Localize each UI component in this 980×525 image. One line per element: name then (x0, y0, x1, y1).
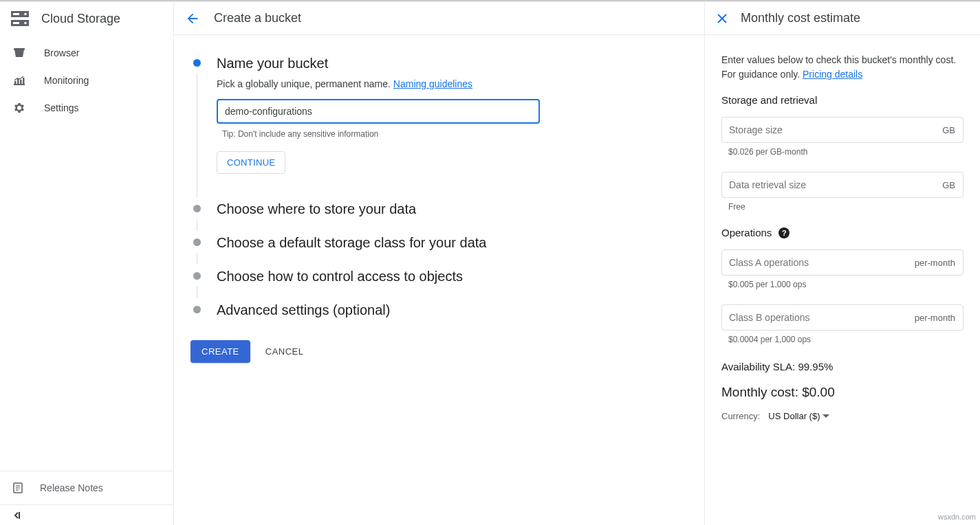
class-a-field: per-month (721, 249, 963, 276)
pricing-details-link[interactable]: Pricing details (803, 69, 862, 80)
retrieval-price-hint: Free (728, 202, 963, 212)
section-storage-retrieval: Storage and retrieval (721, 94, 963, 106)
tip-text: Tip: Don't include any sensitive informa… (222, 129, 688, 139)
step-title: Advanced settings (optional) (217, 301, 688, 325)
release-notes-label: Release Notes (40, 482, 103, 493)
bucket-icon (12, 46, 26, 60)
sidebar-item-settings[interactable]: Settings (0, 94, 173, 122)
sidebar-item-browser[interactable]: Browser (0, 39, 173, 67)
class-b-hint: $0.0004 per 1,000 ops (728, 335, 963, 344)
step-title: Name your bucket (217, 54, 688, 78)
notes-icon (12, 482, 23, 493)
svg-rect-2 (13, 13, 19, 15)
cost-estimate-panel: Monthly cost estimate Enter values below… (705, 2, 980, 525)
step-choose-location[interactable]: Choose where to store your data (190, 200, 688, 224)
currency-row: Currency: US Dollar ($) (721, 411, 963, 421)
watermark: wsxdn.com (938, 513, 976, 521)
currency-select[interactable]: US Dollar ($) (768, 411, 829, 421)
cancel-button[interactable]: CANCEL (265, 346, 304, 357)
svg-point-5 (24, 22, 27, 25)
cloud-storage-icon (11, 11, 29, 26)
step-subtext: Pick a globally unique, permanent name. … (217, 78, 688, 89)
step-bullet-icon (193, 205, 201, 212)
svg-rect-10 (20, 80, 22, 84)
svg-rect-7 (14, 84, 25, 85)
sidebar-item-release-notes[interactable]: Release Notes (0, 471, 173, 504)
svg-point-3 (24, 13, 27, 16)
step-advanced-settings[interactable]: Advanced settings (optional) (190, 301, 688, 325)
class-b-field: per-month (721, 304, 963, 331)
step-title: Choose a default storage class for your … (217, 234, 688, 258)
unit-label: per-month (915, 258, 955, 268)
continue-button[interactable]: CONTINUE (217, 151, 285, 174)
bucket-name-input[interactable] (217, 99, 540, 124)
nav-label: Browser (44, 47, 79, 58)
unit-label: GB (942, 125, 955, 135)
main-panel: Create a bucket Name your bucket Pick a … (174, 2, 705, 525)
storage-size-field: GB (721, 117, 963, 143)
sidebar-item-monitoring[interactable]: Monitoring (0, 67, 173, 94)
svg-rect-8 (14, 81, 17, 84)
availability-sla: Availability SLA: 99.95% (721, 361, 963, 372)
panel-title: Monthly cost estimate (741, 11, 860, 25)
panel-help-text: Enter values below to check this bucket'… (721, 53, 963, 82)
step-title: Choose how to control access to objects (217, 267, 688, 291)
unit-label: GB (942, 180, 955, 190)
svg-rect-4 (13, 22, 19, 24)
retrieval-size-input[interactable] (721, 172, 963, 198)
sidebar: Cloud Storage Browser Monitoring Setting… (0, 2, 174, 525)
step-access-control[interactable]: Choose how to control access to objects (190, 267, 688, 291)
retrieval-size-field: GB (721, 172, 963, 198)
unit-label: per-month (915, 313, 955, 323)
collapse-icon (12, 511, 22, 520)
nav-label: Monitoring (44, 75, 89, 86)
page-title: Create a bucket (214, 11, 301, 25)
storage-size-input[interactable] (721, 117, 963, 143)
back-arrow-button[interactable] (185, 11, 200, 26)
class-a-hint: $0.005 per 1,000 ops (728, 280, 963, 289)
caret-down-icon (823, 414, 829, 418)
svg-rect-11 (23, 78, 25, 84)
main-header: Create a bucket (174, 2, 704, 35)
gear-icon (12, 101, 26, 115)
sidebar-header: Cloud Storage (0, 2, 173, 35)
step-bullet-icon (193, 306, 201, 313)
nav-label: Settings (44, 102, 79, 113)
step-bullet-active-icon (193, 59, 201, 67)
storage-price-hint: $0.026 per GB-month (728, 147, 963, 157)
monitoring-icon (12, 74, 26, 87)
panel-header: Monthly cost estimate (705, 2, 980, 35)
step-storage-class[interactable]: Choose a default storage class for your … (190, 234, 688, 258)
step-bullet-icon (193, 272, 201, 280)
product-title: Cloud Storage (41, 12, 120, 26)
collapse-sidebar-button[interactable] (0, 504, 173, 525)
svg-rect-9 (17, 79, 19, 84)
naming-guidelines-link[interactable]: Naming guidelines (393, 78, 472, 89)
monthly-cost: Monthly cost: $0.00 (721, 385, 963, 400)
step-bullet-icon (193, 238, 201, 246)
step-title: Choose where to store your data (217, 200, 688, 224)
close-panel-button[interactable] (716, 12, 728, 25)
help-icon[interactable]: ? (778, 227, 790, 238)
sidebar-nav: Browser Monitoring Settings (0, 35, 173, 471)
step-name-bucket: Name your bucket Pick a globally unique,… (190, 54, 688, 190)
section-operations: Operations ? (721, 227, 963, 238)
create-button[interactable]: CREATE (190, 340, 250, 363)
currency-label: Currency: (721, 411, 760, 421)
svg-rect-6 (14, 48, 25, 50)
